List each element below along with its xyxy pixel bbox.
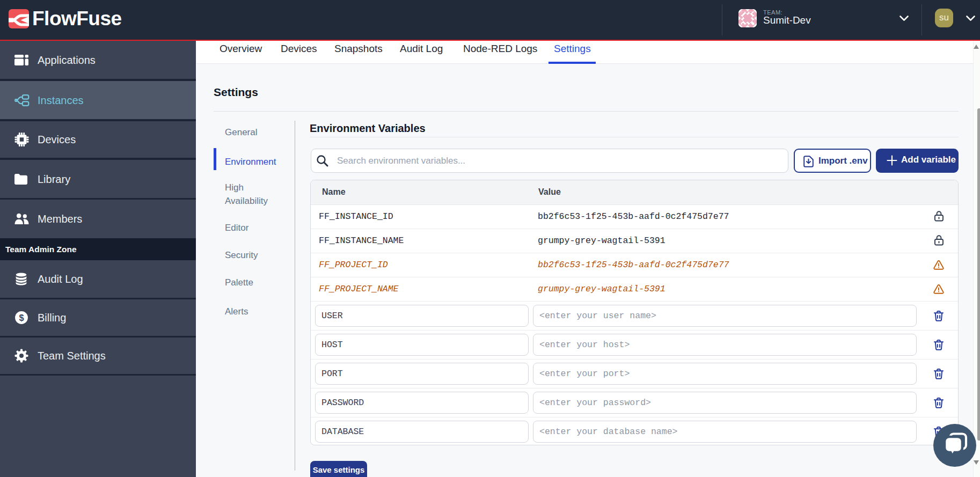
svg-text:$: $ bbox=[19, 313, 24, 322]
